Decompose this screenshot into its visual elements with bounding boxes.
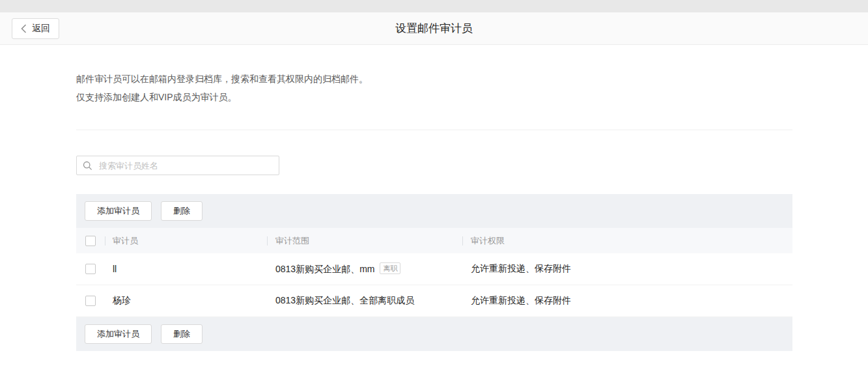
row-select-cell (76, 296, 105, 306)
chevron-left-icon (21, 24, 27, 33)
add-auditor-button-top[interactable]: 添加审计员 (85, 201, 152, 221)
resigned-status-tag: 离职 (380, 262, 400, 274)
auditor-name: 杨珍 (113, 295, 131, 305)
top-strip (0, 0, 868, 12)
column-divider (462, 236, 463, 246)
row-select-cell (76, 264, 105, 274)
content-area: 邮件审计员可以在邮箱内登录归档库，搜索和查看其权限内的归档邮件。 仅支持添加创建… (76, 70, 792, 351)
row-checkbox[interactable] (85, 264, 96, 274)
section-divider (76, 130, 792, 130)
column-header-label: 审计权限 (471, 236, 505, 246)
column-header-label: 审计员 (113, 236, 138, 246)
description-line-1: 邮件审计员可以在邮箱内登录归档库，搜索和查看其权限内的归档邮件。 (76, 70, 792, 88)
table-header-row: 审计员 审计范围 审计权限 (76, 228, 792, 253)
column-header-scope: 审计范围 (267, 235, 462, 247)
audit-scope-cell: 0813新购买企业邮、mm离职 (267, 262, 462, 275)
auditor-name-cell: 杨珍 (105, 295, 267, 307)
toolbar-top: 添加审计员 删除 (76, 194, 792, 228)
header-select-all-cell (76, 236, 105, 246)
column-header-label: 审计范围 (275, 236, 309, 246)
audit-permission: 允许重新投递、保存附件 (471, 263, 571, 274)
delete-button-bottom[interactable]: 删除 (161, 324, 203, 344)
table-row: ll 0813新购买企业邮、mm离职 允许重新投递、保存附件 (76, 253, 792, 285)
row-checkbox[interactable] (85, 296, 96, 306)
back-button[interactable]: 返回 (12, 18, 59, 39)
auditor-name-cell: ll (105, 264, 267, 274)
page-title: 设置邮件审计员 (0, 12, 868, 45)
back-button-label: 返回 (32, 23, 50, 35)
column-header-permission: 审计权限 (462, 235, 792, 247)
search-icon (83, 161, 92, 171)
column-header-auditor: 审计员 (105, 235, 267, 247)
page-header: 返回 设置邮件审计员 (0, 12, 868, 45)
audit-permission: 允许重新投递、保存附件 (471, 295, 571, 305)
audit-scope-cell: 0813新购买企业邮、全部离职成员 (267, 295, 462, 307)
description-block: 邮件审计员可以在邮箱内登录归档库，搜索和查看其权限内的归档邮件。 仅支持添加创建… (76, 70, 792, 106)
audit-permission-cell: 允许重新投递、保存附件 (462, 295, 792, 307)
column-divider (267, 236, 268, 246)
auditor-table: 审计员 审计范围 审计权限 ll 0813新购买企业邮、mm离职 允许重新投 (76, 228, 792, 317)
select-all-checkbox[interactable] (85, 236, 96, 246)
toolbar-bottom: 添加审计员 删除 (76, 317, 792, 351)
search-box[interactable] (76, 156, 279, 175)
auditor-name: ll (113, 264, 117, 274)
audit-scope: 0813新购买企业邮、全部离职成员 (275, 295, 414, 305)
delete-button-top[interactable]: 删除 (161, 201, 203, 221)
audit-permission-cell: 允许重新投递、保存附件 (462, 263, 792, 275)
audit-scope: 0813新购买企业邮、mm (275, 264, 374, 274)
table-row: 杨珍 0813新购买企业邮、全部离职成员 允许重新投递、保存附件 (76, 285, 792, 317)
add-auditor-button-bottom[interactable]: 添加审计员 (85, 324, 152, 344)
column-divider (105, 236, 105, 246)
description-line-2: 仅支持添加创建人和VIP成员为审计员。 (76, 88, 792, 106)
search-input[interactable] (98, 160, 273, 171)
